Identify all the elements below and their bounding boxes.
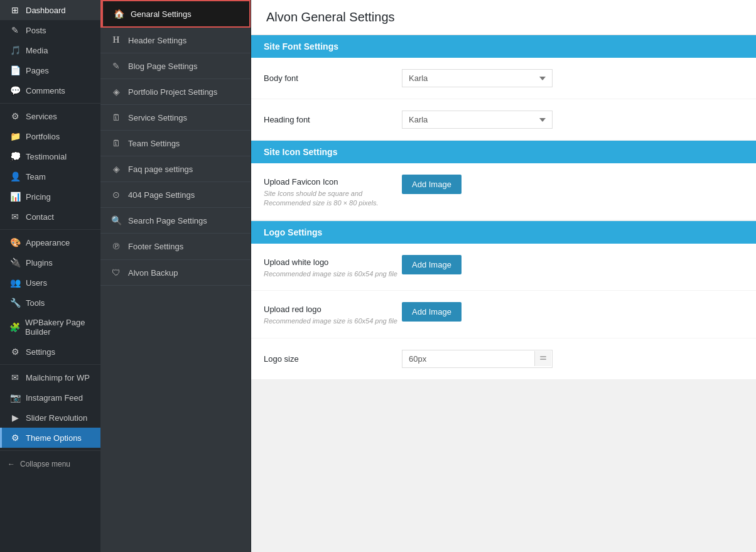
sub-menu-item-header-settings[interactable]: H Header Settings — [100, 28, 251, 53]
sidebar-item-instagram[interactable]: 📷 Instagram Feed — [0, 387, 100, 408]
upload-white-logo-control: Add Image — [402, 255, 743, 274]
sidebar-item-users[interactable]: 👥 Users — [0, 273, 100, 293]
slider-icon: ▶ — [9, 413, 21, 423]
footer-icon: ℗ — [111, 241, 122, 252]
logo-settings-header: Logo Settings — [251, 221, 756, 244]
theme-options-icon: ⚙ — [9, 433, 21, 443]
site-icon-settings-group: Upload Favicon Icon Site Icons should be… — [251, 163, 756, 221]
upload-red-logo-row: Upload red logo Recommended image size i… — [251, 291, 756, 338]
sidebar-item-settings[interactable]: ⚙ Settings — [0, 342, 100, 362]
site-font-settings-group: Body font Karla Arial Roboto Open Sans H… — [251, 58, 756, 141]
body-font-control: Karla Arial Roboto Open Sans — [402, 69, 743, 87]
white-logo-hint: Recommended image size is 60x54 png file — [264, 269, 402, 279]
logo-size-row: Logo size — [251, 338, 756, 379]
settings-icon: ⚙ — [9, 347, 21, 357]
add-red-logo-button[interactable]: Add Image — [402, 302, 462, 322]
backup-icon: 🛡 — [111, 268, 122, 278]
sub-menu-item-service-settings[interactable]: 🗓 Service Settings — [100, 105, 251, 131]
upload-favicon-control: Add Image — [402, 175, 743, 194]
sub-menu-item-faq-page-settings[interactable]: ◈ Faq page settings — [100, 156, 251, 182]
upload-red-logo-label: Upload red logo Recommended image size i… — [264, 302, 402, 326]
media-icon: 🎵 — [9, 45, 21, 55]
pages-icon: 📄 — [9, 65, 21, 75]
search-icon: 🔍 — [111, 215, 122, 225]
admin-sidebar: ⊞ Dashboard ✎ Posts 🎵 Media 📄 Pages 💬 Co… — [0, 0, 100, 552]
body-font-label: Body font — [264, 73, 402, 83]
sub-menu-item-blog-page-settings[interactable]: ✎ Blog Page Settings — [100, 53, 251, 79]
sidebar-item-slider[interactable]: ▶ Slider Revolution — [0, 408, 100, 428]
sidebar-item-comments[interactable]: 💬 Comments — [0, 80, 100, 100]
sidebar-item-tools[interactable]: 🔧 Tools — [0, 293, 100, 313]
main-content: Alvon General Settings Site Font Setting… — [251, 0, 756, 552]
svg-rect-0 — [540, 356, 546, 357]
dashboard-icon: ⊞ — [9, 5, 21, 15]
site-font-settings-header: Site Font Settings — [251, 35, 756, 58]
upload-white-logo-label: Upload white logo Recommended image size… — [264, 255, 402, 279]
sidebar-item-services[interactable]: ⚙ Services — [0, 106, 100, 126]
upload-favicon-label: Upload Favicon Icon Site Icons should be… — [264, 175, 402, 208]
body-font-select[interactable]: Karla Arial Roboto Open Sans — [402, 69, 553, 87]
main-header: Alvon General Settings — [251, 0, 756, 35]
collapse-menu-button[interactable]: ← Collapse menu — [0, 453, 100, 475]
upload-white-logo-row: Upload white logo Recommended image size… — [251, 244, 756, 291]
sidebar-item-team[interactable]: 👤 Team — [0, 166, 100, 187]
red-logo-hint: Recommended image size is 60x54 png file — [264, 317, 402, 326]
sidebar-item-contact[interactable]: ✉ Contact — [0, 207, 100, 227]
heading-font-label: Heading font — [264, 115, 402, 124]
heading-font-control: Karla Arial Roboto Open Sans — [402, 111, 743, 129]
sidebar-item-media[interactable]: 🎵 Media — [0, 40, 100, 60]
comments-icon: 💬 — [9, 85, 21, 95]
posts-icon: ✎ — [9, 25, 21, 35]
mailchimp-icon: ✉ — [9, 372, 21, 382]
sidebar-item-mailchimp[interactable]: ✉ Mailchimp for WP — [0, 367, 100, 387]
logo-size-wrapper — [402, 350, 553, 368]
sidebar-item-posts[interactable]: ✎ Posts — [0, 20, 100, 40]
sidebar-item-pages[interactable]: 📄 Pages — [0, 60, 100, 80]
heading-font-select[interactable]: Karla Arial Roboto Open Sans — [402, 111, 553, 129]
site-icon-settings-header: Site Icon Settings — [251, 141, 756, 163]
plugins-icon: 🔌 — [9, 257, 21, 268]
instagram-icon: 📷 — [9, 392, 21, 403]
404-icon: ⊙ — [111, 190, 122, 200]
heading-font-row: Heading font Karla Arial Roboto Open San… — [251, 99, 756, 140]
tools-icon: 🔧 — [9, 298, 21, 308]
add-favicon-button[interactable]: Add Image — [402, 175, 462, 194]
testimonial-icon: 💭 — [9, 151, 21, 161]
team-settings-icon: 🗓 — [111, 138, 122, 148]
portfolio-icon: ◈ — [111, 87, 122, 97]
logo-size-input[interactable] — [402, 350, 553, 368]
services-icon: ⚙ — [9, 111, 21, 121]
contact-icon: ✉ — [9, 212, 21, 222]
upload-favicon-row: Upload Favicon Icon Site Icons should be… — [251, 163, 756, 220]
sub-menu-item-search-page-settings[interactable]: 🔍 Search Page Settings — [100, 208, 251, 234]
upload-red-logo-control: Add Image — [402, 302, 743, 322]
svg-rect-1 — [540, 359, 546, 360]
sub-menu-item-404-page-settings[interactable]: ⊙ 404 Page Settings — [100, 182, 251, 208]
sub-menu-item-alvon-backup[interactable]: 🛡 Alvon Backup — [100, 260, 251, 286]
sidebar-item-wpbakery[interactable]: 🧩 WPBakery Page Builder — [0, 313, 100, 342]
appearance-icon: 🎨 — [9, 237, 21, 247]
content-area: Site Font Settings Body font Karla Arial… — [251, 35, 756, 380]
team-icon: 👤 — [9, 171, 21, 181]
sub-menu-item-portfolio-project-settings[interactable]: ◈ Portfolio Project Settings — [100, 79, 251, 105]
sidebar-item-pricing[interactable]: 📊 Pricing — [0, 187, 100, 207]
sidebar-item-portfolios[interactable]: 📁 Portfolios — [0, 126, 100, 146]
sub-sidebar: 🏠 Genaral Settings H Header Settings ✎ B… — [100, 0, 251, 552]
favicon-hint: Site Icons should be square and Recommen… — [264, 189, 402, 208]
logo-size-label: Logo size — [264, 354, 402, 364]
sidebar-item-theme-options[interactable]: ⚙ Theme Options — [0, 428, 100, 448]
sub-menu-item-general-settings[interactable]: 🏠 Genaral Settings — [100, 0, 251, 28]
collapse-icon: ← — [8, 460, 15, 468]
faq-icon: ◈ — [111, 164, 122, 174]
sidebar-item-dashboard[interactable]: ⊞ Dashboard — [0, 0, 100, 20]
blog-icon: ✎ — [111, 61, 122, 71]
sidebar-item-appearance[interactable]: 🎨 Appearance — [0, 232, 100, 252]
sidebar-item-testimonial[interactable]: 💭 Testimonial — [0, 146, 100, 166]
body-font-row: Body font Karla Arial Roboto Open Sans — [251, 58, 756, 99]
wpbakery-icon: 🧩 — [9, 322, 20, 332]
sidebar-item-plugins[interactable]: 🔌 Plugins — [0, 252, 100, 273]
sub-menu-item-footer-settings[interactable]: ℗ Footer Settings — [100, 234, 251, 260]
add-white-logo-button[interactable]: Add Image — [402, 255, 462, 274]
header-icon: H — [111, 35, 122, 45]
sub-menu-item-team-settings[interactable]: 🗓 Team Settings — [100, 131, 251, 156]
